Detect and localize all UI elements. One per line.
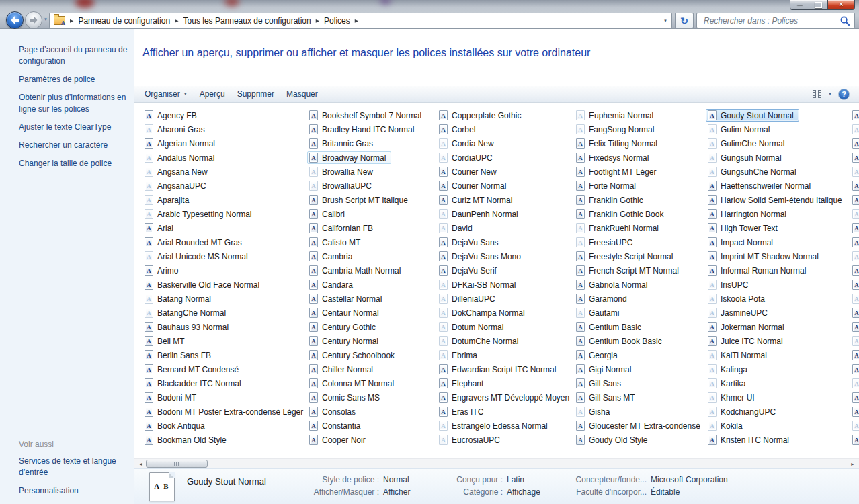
sidebar-link[interactable]: Paramètres de police	[19, 74, 128, 85]
font-item[interactable]: AFranklin Gothic Book	[574, 208, 669, 220]
font-item[interactable]: AEras ITC	[437, 405, 489, 418]
font-item[interactable]: AEuphemia Normal	[574, 109, 659, 122]
font-item[interactable]: ACalifornian FB	[307, 222, 378, 235]
font-item[interactable]: ACordia New	[437, 137, 499, 150]
refresh-button[interactable]: ↻	[675, 13, 694, 28]
font-item[interactable]: AForte Normal	[574, 179, 641, 192]
search-box[interactable]	[696, 13, 855, 28]
help-button[interactable]: ?	[838, 89, 850, 100]
font-item[interactable]: AGoudy Stout Normal	[706, 109, 799, 122]
font-item[interactable]: AFootlight MT Léger	[574, 165, 662, 178]
font-item[interactable]: AAharoni Gras	[142, 123, 210, 136]
font-item[interactable]: AInformal Roman Normal	[706, 264, 811, 277]
minimize-button[interactable]: —	[790, 0, 809, 10]
font-item[interactable]: ADotumChe Normal	[437, 335, 524, 347]
font-item[interactable]: AHarlow Solid Semi-étendu Italique	[706, 194, 848, 206]
font-item[interactable]: AArial	[142, 222, 179, 235]
breadcrumb-chevron-icon[interactable]: ▶	[175, 18, 178, 23]
recent-pages-dropdown-icon[interactable]: ▼	[44, 17, 48, 22]
back-button[interactable]	[6, 11, 24, 29]
font-item[interactable]: ABatang Normal	[142, 292, 216, 305]
sidebar-link[interactable]: Personnalisation	[19, 485, 129, 497]
font-item[interactable]: AAndalus Normal	[142, 151, 220, 164]
font-item[interactable]: AFrankRuehl Normal	[574, 222, 664, 235]
font-item[interactable]: AFranklin Gothic	[574, 194, 649, 206]
address-bar[interactable]: A ▶Panneau de configuration▶Tous les Pan…	[49, 13, 672, 28]
font-item[interactable]: AIskoola Pota	[706, 292, 770, 305]
font-item[interactable]: AIrisUPC	[706, 278, 753, 291]
font-item[interactable]: ABroadway Normal	[307, 151, 391, 164]
font-item[interactable]: ACopperplate Gothic	[437, 109, 526, 122]
font-item[interactable]: AGoudy Old Style	[574, 433, 653, 446]
font-item[interactable]: AKhmer UI	[706, 391, 760, 404]
sidebar-link[interactable]: Services de texte et langue d’entrée	[19, 456, 129, 478]
font-item[interactable]: AJasmineUPC	[706, 306, 773, 319]
views-button[interactable]	[813, 90, 822, 99]
font-item[interactable]: ACalisto MT	[307, 236, 366, 249]
sidebar-link[interactable]: Rechercher un caractère	[19, 140, 128, 151]
font-item[interactable]: ABrush Script MT Italique	[307, 194, 413, 206]
font-item[interactable]: ABerlin Sans FB	[142, 349, 216, 362]
font-item[interactable]: ACambria Math Normal	[307, 264, 406, 277]
breadcrumb-item[interactable]: Tous les Panneaux de configuration	[183, 16, 311, 26]
font-item[interactable]: ABodoni MT Poster Extra-condensé Léger	[142, 405, 309, 418]
font-item[interactable]: AConstantia	[307, 419, 366, 432]
font-item[interactable]: AJokerman Normal	[706, 321, 790, 333]
font-item[interactable]: ACourier Normal	[437, 179, 512, 192]
font-item[interactable]: AGungsuhChe Normal	[706, 165, 802, 178]
font-item[interactable]: ACordiaUPC	[437, 151, 498, 164]
font-item[interactable]: AAngsana New	[142, 165, 213, 178]
font-item[interactable]: AHigh Tower Text	[706, 222, 783, 235]
font-item[interactable]: AEstrangelo Edessa Normal	[437, 419, 553, 432]
font-item[interactable]: AGungsuh Normal	[706, 151, 787, 164]
font-item[interactable]: AAlgerian Normal	[142, 137, 220, 150]
toolbar-button[interactable]: Masquer	[280, 87, 324, 101]
font-item[interactable]: AAngsanaUPC	[142, 179, 212, 192]
font-item[interactable]: AGaramond	[574, 292, 632, 305]
forward-button[interactable]	[25, 11, 42, 29]
search-icon[interactable]	[840, 16, 850, 26]
font-item[interactable]: AKartika	[706, 377, 751, 390]
font-item[interactable]: AHaettenschweiler Normal	[706, 179, 816, 192]
breadcrumb-item[interactable]: Panneau de configuration	[78, 16, 170, 26]
search-input[interactable]	[702, 15, 840, 26]
font-item[interactable]: ADaunPenh Normal	[437, 208, 524, 220]
font-item[interactable]: AFelix Titling Normal	[574, 137, 663, 150]
font-item[interactable]: AKalinga	[706, 363, 753, 376]
font-item[interactable]: AGulim Normal	[706, 123, 775, 136]
font-item[interactable]: ADavid	[437, 222, 478, 235]
font-item[interactable]: ABradley Hand ITC Normal	[307, 123, 419, 136]
font-item[interactable]: AKristen ITC Normal	[706, 433, 794, 446]
font-item[interactable]: AFreesiaUPC	[574, 236, 638, 249]
font-item[interactable]: AEdwardian Script ITC Normal	[437, 363, 561, 376]
font-item[interactable]: ACentury Normal	[307, 335, 384, 347]
font-item[interactable]: AArimo	[142, 264, 183, 277]
toolbar-button[interactable]: Supprimer	[231, 87, 280, 101]
font-item[interactable]: AHarrington Normal	[706, 208, 792, 220]
breadcrumb-chevron-icon[interactable]: ▶	[70, 18, 73, 23]
font-item[interactable]: ABatangChe Normal	[142, 306, 231, 319]
font-item[interactable]: ACurlz MT Normal	[437, 194, 518, 206]
close-button[interactable]: ×	[827, 0, 855, 10]
font-item[interactable]: ADFKai-SB Normal	[437, 278, 521, 291]
font-item[interactable]: ADokChampa Normal	[437, 306, 530, 319]
font-item[interactable]: AGeorgia	[574, 349, 623, 362]
font-item[interactable]: ACorbel	[437, 123, 481, 136]
font-item[interactable]: AGulimChe Normal	[706, 137, 790, 150]
font-item[interactable]: AJuice ITC Normal	[706, 335, 788, 347]
font-item[interactable]: ACentury Gothic	[307, 321, 381, 333]
font-item[interactable]: AConsolas	[307, 405, 361, 418]
font-item[interactable]: AGill Sans MT	[574, 391, 641, 404]
font-item[interactable]: ABodoni MT	[142, 391, 202, 404]
scroll-right-button[interactable]: ►	[848, 459, 858, 468]
font-item[interactable]: AAgency FB	[142, 109, 202, 122]
font-item[interactable]: AGautami	[574, 306, 624, 319]
font-item[interactable]: ABlackadder ITC Normal	[142, 377, 247, 390]
toolbar-button[interactable]: Organiser▼	[138, 87, 194, 101]
font-item[interactable]: AFixedsys Normal	[574, 151, 654, 164]
font-item[interactable]: AChiller Normal	[307, 363, 378, 376]
font-item[interactable]: ABaskerville Old Face Normal	[142, 278, 265, 291]
font-item[interactable]: AEucrosiaUPC	[437, 433, 505, 446]
font-item[interactable]: AGill Sans	[574, 377, 626, 390]
font-item[interactable]: AFangSong Normal	[574, 123, 659, 136]
